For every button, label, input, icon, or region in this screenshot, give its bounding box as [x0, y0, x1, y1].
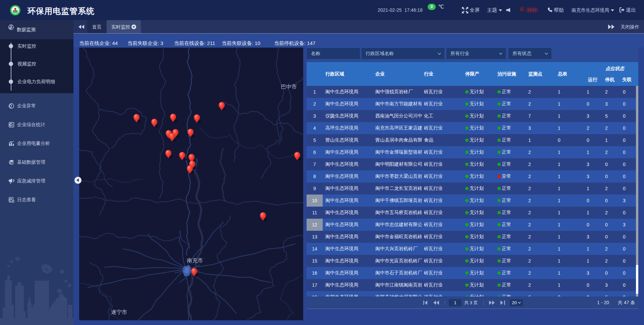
svg-text:巴中市: 巴中市 [281, 84, 297, 90]
svg-text:遂宁市: 遂宁市 [111, 309, 127, 315]
svg-text:南充市: 南充市 [187, 258, 203, 263]
